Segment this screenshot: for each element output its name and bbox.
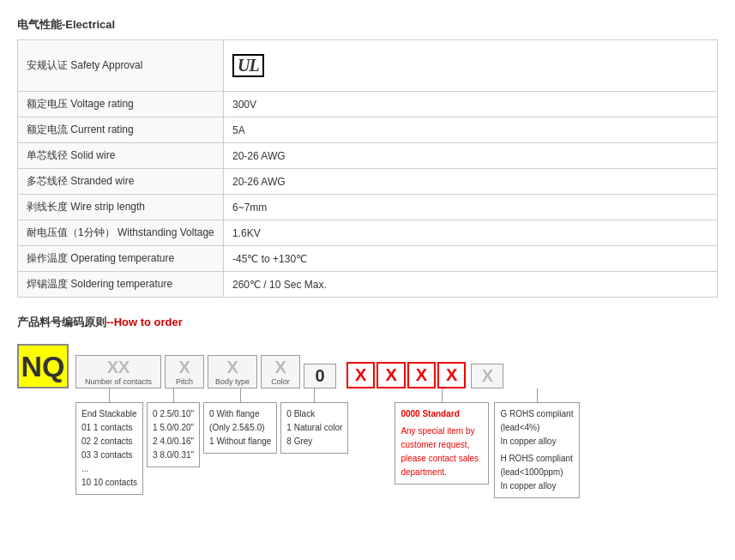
elec-value: -45℃ to +130℃ [224, 246, 718, 272]
segment-red-4: X [437, 362, 466, 388]
elec-label: 额定电压 Voltage rating [18, 92, 224, 117]
segment-last: X [471, 364, 503, 388]
elec-row: 额定电压 Voltage rating300V [18, 92, 718, 117]
detail-body-connector: 0 With flange (Only 2.5&5.0) 1 Without f… [203, 388, 277, 454]
electrical-table: 安规认证 Safety ApprovalUL额定电压 Voltage ratin… [17, 39, 718, 298]
elec-row: 操作温度 Operating temperature-45℃ to +130℃ [18, 246, 718, 272]
electrical-section: 电气性能-Electrical 安规认证 Safety ApprovalUL额定… [17, 17, 718, 298]
detail-pitch-connector: 0 2.5/0.10" 1 5.0/0.20" 2 4.0/0.16" 3 8.… [147, 388, 200, 467]
how-to-order-section: 产品料号编码原则--How to order NQ XX Number of c… [17, 315, 718, 498]
detail-color-connector: 0 Black 1 Natural color 8 Grey [280, 388, 348, 454]
elec-row: 耐电压值（1分钟） Withstanding Voltage1.6KV [18, 220, 718, 246]
segment-red-1: X [346, 362, 375, 388]
elec-label: 剥线长度 Wire strip length [18, 195, 224, 220]
segment-contacts: XX Number of contacts [75, 355, 161, 388]
elec-row: 安规认证 Safety ApprovalUL [18, 40, 718, 92]
segment-zero: 0 [304, 364, 336, 388]
elec-label: 安规认证 Safety Approval [18, 40, 224, 92]
elec-label: 操作温度 Operating temperature [18, 246, 224, 272]
segment-pitch: X Pitch [165, 355, 204, 388]
elec-row: 多芯线径 Stranded wire20-26 AWG [18, 169, 718, 195]
detail-red-connector: 0000 Standard Any special item by custom… [395, 388, 489, 485]
segment-body-type: X Body type [208, 355, 257, 388]
elec-value: 20-26 AWG [224, 143, 718, 169]
detail-last-connector: G ROHS compliant (lead<4%) In copper all… [494, 388, 580, 498]
how-to-order-cn: 产品料号编码原则 [17, 316, 106, 328]
elec-row: 单芯线径 Solid wire20-26 AWG [18, 143, 718, 169]
segment-red-group: X X X X [346, 362, 466, 388]
elec-label: 耐电压值（1分钟） Withstanding Voltage [18, 220, 224, 246]
segment-red-3: X [407, 362, 436, 388]
part-number-diagram: NQ XX Number of contacts X Pitch X [17, 344, 718, 498]
how-to-order-title: 产品料号编码原则--How to order [17, 315, 718, 330]
elec-label: 多芯线径 Stranded wire [18, 169, 224, 195]
electrical-title: 电气性能-Electrical [17, 17, 718, 33]
elec-row: 剥线长度 Wire strip length6~7mm [18, 195, 718, 220]
elec-row: 焊锡温度 Soldering temperature260℃ / 10 Sec … [18, 272, 718, 298]
elec-label: 焊锡温度 Soldering temperature [18, 272, 224, 298]
elec-label: 单芯线径 Solid wire [18, 143, 224, 169]
elec-value: UL [224, 40, 718, 92]
elec-value: 260℃ / 10 Sec Max. [224, 272, 718, 298]
nq-prefix-block: NQ [17, 344, 69, 388]
elec-row: 额定电流 Current rating5A [18, 117, 718, 143]
how-to-order-en: --How to order [106, 316, 183, 328]
elec-label: 额定电流 Current rating [18, 117, 224, 143]
elec-value: 300V [224, 92, 718, 117]
elec-value: 5A [224, 117, 718, 143]
elec-value: 1.6KV [224, 220, 718, 246]
segment-color: X Color [261, 355, 300, 388]
elec-value: 20-26 AWG [224, 169, 718, 195]
segment-red-2: X [377, 362, 405, 388]
detail-contacts-connector: End Stackable 01 1 contacts 02 2 contact… [75, 388, 143, 495]
elec-value: 6~7mm [224, 195, 718, 220]
